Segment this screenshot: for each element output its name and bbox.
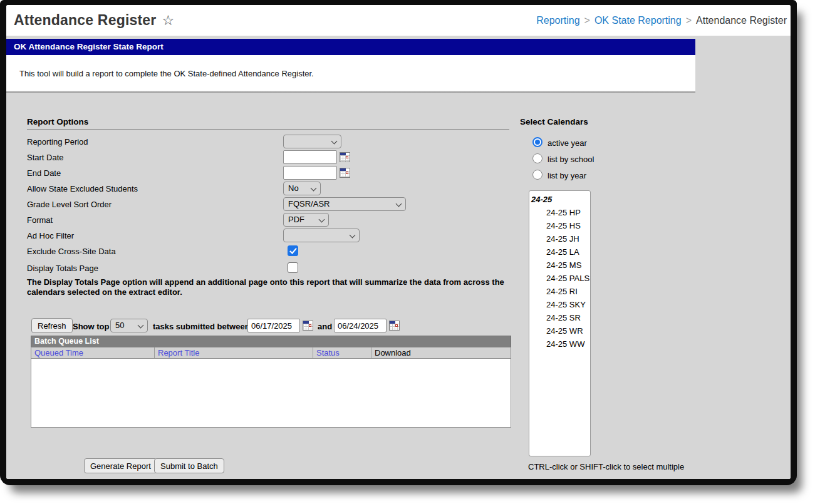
select-calendars-title: Select Calendars [520, 117, 588, 126]
report-options-rule [27, 129, 509, 130]
page-title: Attendance Register [14, 12, 156, 29]
report-options-title: Report Options [27, 117, 88, 126]
batch-queue-empty-body [31, 359, 511, 428]
report-description: This tool will build a report to complet… [19, 69, 314, 78]
column-download: Download [371, 347, 511, 358]
breadcrumb-link-ok-state-reporting[interactable]: OK State Reporting [594, 15, 682, 26]
exclude-cross-site-checkbox[interactable] [288, 245, 298, 256]
radio-active-year[interactable] [532, 137, 542, 147]
calendar-option[interactable]: 24-25 SR [529, 311, 590, 324]
display-totals-note: The Display Totals Page option will appe… [27, 277, 512, 297]
calendar-option[interactable]: 24-25 JH [529, 232, 590, 245]
batch-start-calendar-icon[interactable] [303, 321, 313, 331]
calendar-option[interactable]: 24-25 PALS [529, 272, 590, 285]
calendar-option[interactable]: 24-25 LA [529, 245, 590, 259]
batch-queue-title: Batch Queue List [31, 336, 511, 347]
label-display-totals: Display Totals Page [27, 264, 98, 273]
report-description-box: This tool will build a report to complet… [6, 55, 695, 91]
start-date-input[interactable] [283, 150, 337, 164]
chevron-down-icon [350, 232, 356, 239]
refresh-button[interactable]: Refresh [31, 318, 73, 333]
chevron-down-icon [319, 217, 325, 223]
page-header: Attendance Register ☆ Reporting>OK State… [6, 5, 791, 36]
allow-state-excluded-select[interactable]: No [283, 182, 321, 195]
section-divider [6, 91, 695, 93]
label-start-date: Start Date [27, 153, 64, 162]
calendar-option[interactable]: 24-25 HP [529, 206, 590, 219]
label-allow-state-excluded: Allow State Excluded Students [27, 184, 138, 193]
and-label: and [318, 322, 332, 331]
chevron-down-icon [331, 138, 338, 145]
reporting-period-select[interactable] [283, 135, 341, 148]
end-date-input[interactable] [283, 166, 337, 180]
page-content: Attendance Register ☆ Reporting>OK State… [6, 5, 791, 479]
calendar-option[interactable]: 24-25 HS [529, 219, 590, 232]
chevron-down-icon [396, 201, 402, 207]
breadcrumb-link-reporting[interactable]: Reporting [536, 15, 579, 26]
calendar-listbox[interactable]: 24-25 24-25 HP 24-25 HS 24-25 JH 24-25 L… [529, 190, 591, 456]
start-date-calendar-icon[interactable] [340, 152, 350, 162]
calendar-option[interactable]: 24-25 SKY [529, 298, 590, 311]
chevron-down-icon [138, 322, 144, 329]
calendar-group-24-25: 24-25 [529, 193, 590, 206]
report-title-bar: OK Attendance Register State Report [6, 39, 695, 55]
ad-hoc-filter-select[interactable] [283, 229, 360, 242]
label-ad-hoc-filter: Ad Hoc Filter [27, 231, 74, 240]
display-totals-checkbox[interactable] [288, 262, 298, 273]
radio-list-by-year-label[interactable]: list by year [548, 171, 586, 180]
radio-list-by-school[interactable] [532, 153, 542, 163]
submitted-between-label: tasks submitted between [153, 322, 250, 331]
radio-active-year-label[interactable]: active year [548, 138, 587, 148]
generate-report-button[interactable]: Generate Report [84, 458, 157, 473]
calendar-option[interactable]: 24-25 RI [529, 285, 590, 298]
format-select[interactable]: PDF [283, 213, 329, 227]
end-date-calendar-icon[interactable] [340, 168, 350, 178]
main-area: OK Attendance Register State Report This… [6, 36, 791, 479]
column-report-title[interactable]: Report Title [155, 347, 313, 358]
breadcrumb-current: Attendance Register [696, 15, 787, 26]
label-end-date: End Date [27, 168, 61, 178]
batch-end-calendar-icon[interactable] [389, 321, 400, 331]
calendar-option[interactable]: 24-25 MS [529, 259, 590, 272]
breadcrumb: Reporting>OK State Reporting>Attendance … [536, 15, 787, 26]
breadcrumb-separator: > [686, 15, 692, 26]
favorite-star-icon[interactable]: ☆ [162, 14, 174, 28]
column-status[interactable]: Status [313, 347, 371, 358]
multi-select-helper-text: CTRL-click or SHIFT-click to select mult… [528, 462, 684, 471]
show-top-label: Show top [73, 322, 110, 331]
grade-level-sort-select[interactable]: FQSR/ASR [283, 197, 406, 211]
column-queued-time[interactable]: Queued Time [31, 347, 155, 358]
label-exclude-cross-site: Exclude Cross-Site Data [27, 247, 116, 256]
label-grade-level-sort: Grade Level Sort Order [27, 200, 112, 209]
submit-to-batch-button[interactable]: Submit to Batch [154, 458, 224, 473]
window-frame: Attendance Register ☆ Reporting>OK State… [0, 0, 797, 485]
radio-list-by-year[interactable] [532, 170, 542, 180]
label-reporting-period: Reporting Period [27, 137, 88, 147]
batch-queue-table: Batch Queue List Queued Time Report Titl… [31, 336, 511, 428]
breadcrumb-separator: > [584, 15, 590, 26]
calendar-option[interactable]: 24-25 WR [529, 324, 590, 337]
calendar-option[interactable]: 24-25 WW [529, 337, 590, 351]
batch-end-date-input[interactable] [334, 319, 387, 332]
batch-queue-header-row: Queued Time Report Title Status Download [31, 347, 511, 359]
chevron-down-icon [311, 185, 317, 192]
label-format: Format [27, 215, 53, 225]
batch-start-date-input[interactable] [247, 319, 300, 332]
show-top-select[interactable]: 50 [110, 319, 148, 332]
radio-list-by-school-label[interactable]: list by school [548, 155, 594, 164]
